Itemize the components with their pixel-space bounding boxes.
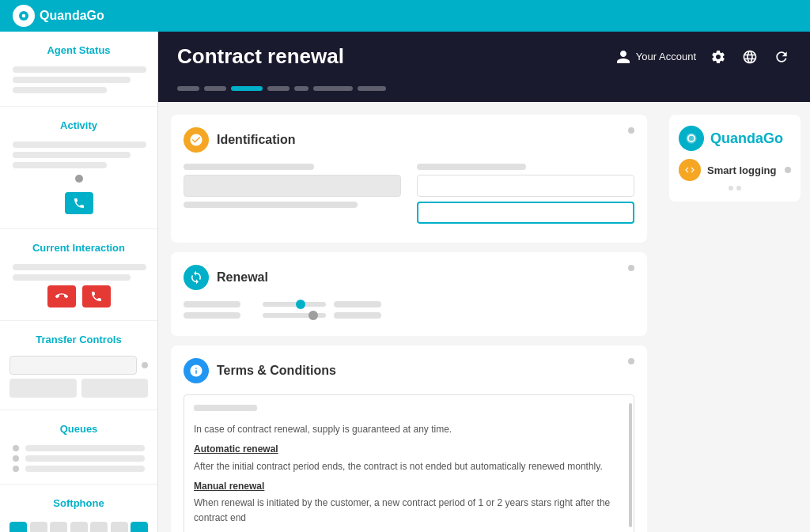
softphone-key[interactable] — [50, 522, 67, 532]
softphone-key[interactable] — [111, 522, 128, 532]
slider-value-2 — [334, 312, 381, 319]
softphone-keypad — [0, 515, 157, 532]
activity-title: Activity — [0, 115, 157, 138]
softphone-key[interactable] — [70, 522, 88, 532]
step-6[interactable] — [313, 86, 353, 91]
slider-track-2[interactable] — [263, 313, 326, 318]
refresh-button[interactable] — [772, 47, 791, 66]
softphone-title: Softphone — [0, 492, 157, 515]
terms-auto-body: After the initial contract period ends, … — [194, 459, 624, 474]
renewal-card: Renewal — [171, 252, 647, 336]
content-body: Identification — [158, 102, 810, 532]
slider-thumb-1[interactable] — [296, 300, 305, 309]
right-logo-black: Quanda — [710, 130, 763, 146]
identification-menu-dot — [628, 127, 634, 134]
skeleton — [25, 455, 145, 462]
slider-thumb-2[interactable] — [308, 311, 318, 320]
softphone-key[interactable] — [9, 522, 27, 532]
smart-logging-label: Smart logging — [707, 164, 776, 176]
slider-label-skeleton — [184, 312, 240, 319]
softphone-key[interactable] — [90, 522, 108, 532]
softphone-section: Softphone — [0, 485, 157, 532]
step-3-active[interactable] — [231, 86, 263, 91]
language-button[interactable] — [740, 47, 759, 66]
current-interaction-section: Current Interaction — [0, 229, 157, 321]
queue-item — [13, 455, 145, 462]
right-dot — [736, 186, 741, 191]
content-header-top: Contract renewal Your Account — [177, 44, 791, 69]
skeleton — [25, 466, 145, 472]
your-account-btn[interactable]: Your Account — [615, 49, 696, 65]
field-input-highlighted[interactable] — [417, 202, 634, 224]
content-header: Contract renewal Your Account — [158, 32, 810, 102]
interaction-actions — [0, 285, 157, 308]
queues-title: Queues — [0, 418, 157, 441]
identification-card: Identification — [171, 115, 647, 243]
transfer-dot — [142, 362, 148, 368]
content-area: Contract renewal Your Account — [158, 32, 810, 532]
skeleton — [13, 152, 131, 158]
hang-up-button[interactable] — [47, 285, 76, 308]
right-logo-text: QuandaGo — [710, 130, 783, 147]
right-logo: QuandaGo — [679, 126, 791, 151]
skeleton — [13, 264, 146, 270]
softphone-key[interactable] — [30, 522, 47, 532]
skeleton — [13, 87, 107, 93]
field-input[interactable] — [184, 175, 401, 197]
call-button[interactable] — [65, 192, 93, 214]
right-dot — [729, 186, 733, 191]
slider-label-skeleton — [184, 301, 240, 308]
terms-body: In case of contract renewal, supply is g… — [194, 422, 624, 437]
end-call-button[interactable] — [82, 285, 111, 308]
right-logo-icon — [679, 126, 704, 151]
agent-status-title: Agent Status — [0, 40, 157, 62]
identification-title: Identification — [217, 133, 296, 147]
field-label — [184, 164, 314, 170]
terms-tag — [194, 405, 257, 411]
identification-form-row — [184, 164, 634, 224]
right-logo-teal: Go — [763, 130, 783, 146]
terms-content: In case of contract renewal, supply is g… — [184, 394, 634, 532]
field-input[interactable] — [417, 175, 634, 197]
top-bar: QuandaGo — [0, 0, 810, 32]
slider-row-1 — [184, 301, 634, 308]
transfer-input[interactable] — [9, 356, 137, 375]
main-layout: Agent Status Activity Current Interactio… — [0, 32, 810, 532]
terms-auto-heading: Automatic renewal — [194, 442, 624, 457]
terms-manual-heading: Manual renewal — [194, 479, 624, 494]
field-label — [417, 164, 526, 170]
field-label — [184, 202, 358, 208]
terms-scrollbar[interactable] — [629, 403, 632, 527]
skeleton — [13, 66, 146, 73]
logo: QuandaGo — [13, 5, 104, 27]
slider-value-1 — [334, 301, 381, 308]
activity-dot — [75, 175, 83, 183]
step-5[interactable] — [294, 86, 308, 91]
page-title: Contract renewal — [177, 44, 344, 69]
terms-title: Terms & Conditions — [217, 364, 336, 378]
slider-track-1[interactable] — [263, 302, 326, 307]
settings-button[interactable] — [709, 47, 728, 66]
quandago-right-card: QuandaGo Smart logging — [669, 115, 801, 202]
agent-status-section: Agent Status — [0, 32, 157, 107]
form-col-right — [417, 164, 634, 224]
queue-dot — [13, 466, 19, 472]
terms-menu-dot — [628, 358, 634, 364]
renewal-icon — [184, 265, 209, 290]
phone-btn-area[interactable] — [0, 192, 157, 214]
transfer-row — [9, 356, 148, 375]
step-7[interactable] — [358, 86, 386, 91]
smart-logging-row: Smart logging — [679, 159, 791, 181]
smart-logging-icon — [679, 159, 701, 181]
logo-text: QuandaGo — [40, 9, 104, 23]
your-account-label: Your Account — [636, 51, 696, 62]
step-1[interactable] — [177, 86, 199, 91]
transfer-controls-title: Transfer Controls — [0, 329, 157, 352]
queue-item — [13, 445, 145, 451]
form-col-left — [184, 164, 401, 224]
step-4[interactable] — [267, 86, 290, 91]
queue-dot — [13, 455, 19, 462]
softphone-key[interactable] — [131, 522, 148, 532]
terms-header: Terms & Conditions — [184, 358, 634, 383]
step-2[interactable] — [204, 86, 226, 91]
